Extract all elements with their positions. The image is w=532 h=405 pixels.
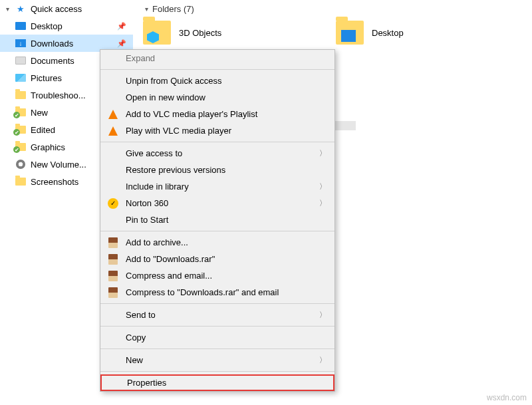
chevron-down-icon: ▾ — [143, 5, 150, 13]
menu-item[interactable]: Add to VLC media player's Playlist — [100, 106, 334, 122]
watermark: wsxdn.com — [487, 393, 527, 402]
rar-icon — [107, 253, 119, 265]
menu-separator — [100, 142, 334, 142]
menu-item[interactable]: Expand — [100, 50, 334, 67]
menu-item-label: Send to — [126, 310, 156, 320]
tree-item-label: Pictures — [31, 73, 62, 83]
menu-separator — [100, 371, 334, 372]
menu-item[interactable]: Pin to Start — [100, 211, 334, 228]
menu-item-label: Pin to Start — [126, 215, 168, 225]
menu-item-label: Norton 360 — [126, 198, 168, 208]
menu-item[interactable]: Include in library 〉 — [100, 178, 334, 195]
star-icon: ★ — [15, 3, 27, 15]
tree-item-label: Desktop — [31, 21, 63, 31]
menu-item-label: Properties — [127, 378, 166, 388]
submenu-arrow-icon: 〉 — [319, 355, 327, 365]
menu-item-label: Play with VLC media player — [126, 126, 231, 136]
chevron-down-icon: ▾ — [4, 5, 11, 13]
disc-icon — [15, 158, 27, 170]
menu-item-label: Add to VLC media player's Playlist — [126, 109, 257, 119]
menu-item-label: Compress to "Downloads.rar" and email — [126, 287, 279, 297]
norton-icon: ✓ — [107, 198, 119, 209]
menu-item-label: Include in library — [126, 182, 189, 192]
tree-item-label: New — [31, 108, 48, 118]
folder-item[interactable]: Desktop — [336, 21, 502, 45]
tree-root-quick-access[interactable]: ▾ ★ Quick access — [0, 0, 133, 17]
folder-green-icon — [15, 124, 27, 136]
rar-icon — [107, 237, 119, 249]
menu-item[interactable]: Add to "Downloads.rar" — [100, 251, 334, 267]
folder-item[interactable]: 3D Objects — [143, 21, 309, 45]
tree-item-label: Edited — [31, 125, 55, 135]
folder-green-icon — [15, 141, 27, 153]
pin-icon: 📌 — [117, 39, 126, 48]
menu-item[interactable]: Compress and email... — [100, 267, 334, 284]
menu-item-label: New — [126, 355, 143, 365]
menu-item[interactable]: Unpin from Quick access — [100, 72, 334, 89]
menu-item-label: Add to "Downloads.rar" — [126, 254, 215, 264]
folders-header-label: Folders (7) — [152, 4, 194, 14]
menu-item[interactable]: New 〉 — [100, 352, 334, 368]
document-icon — [15, 55, 27, 67]
menu-item-label: Expand — [126, 53, 155, 63]
menu-item-label: Copy — [126, 333, 146, 342]
menu-item-label: Restore previous versions — [126, 165, 225, 175]
tree-item-label: New Volume... — [31, 160, 86, 170]
menu-separator — [100, 303, 334, 304]
tree-item[interactable]: Desktop 📌 — [0, 17, 133, 35]
menu-separator — [100, 348, 334, 349]
menu-item[interactable]: Send to 〉 — [100, 307, 334, 323]
pictures-icon — [15, 72, 27, 84]
menu-item[interactable]: Add to archive... — [100, 234, 334, 251]
submenu-arrow-icon: 〉 — [319, 182, 327, 192]
menu-item[interactable]: Give access to 〉 — [100, 145, 334, 162]
menu-item[interactable]: Open in new window — [100, 89, 334, 106]
menu-separator — [100, 69, 334, 70]
rar-icon — [107, 270, 119, 282]
folder-label: Desktop — [372, 28, 404, 38]
folder-icon — [15, 176, 27, 188]
menu-separator — [100, 231, 334, 231]
rar-icon — [107, 287, 119, 299]
menu-item-label: Give access to — [126, 148, 182, 158]
submenu-arrow-icon: 〉 — [319, 148, 327, 158]
submenu-arrow-icon: 〉 — [319, 310, 327, 320]
menu-item-label: Unpin from Quick access — [126, 76, 222, 86]
download-icon: ↓ — [15, 37, 27, 49]
tree-item-label: Troubleshoo... — [31, 90, 86, 100]
tree-item-label: Graphics — [31, 142, 65, 152]
menu-item-label: Open in new window — [126, 92, 205, 102]
tree-item-label: Documents — [31, 56, 74, 66]
menu-item[interactable]: Properties — [100, 374, 334, 391]
menu-item[interactable]: Restore previous versions — [100, 162, 334, 178]
menu-item[interactable]: Play with VLC media player — [100, 122, 334, 139]
tree-item-label: Screenshots — [31, 177, 78, 187]
menu-item[interactable]: Compress to "Downloads.rar" and email — [100, 284, 334, 301]
menu-separator — [100, 326, 334, 327]
tree-item-label: Downloads — [31, 39, 73, 49]
menu-item-label: Add to archive... — [126, 237, 188, 247]
vlc-icon — [107, 108, 119, 120]
pin-icon: 📌 — [117, 22, 126, 31]
tree-root-label: Quick access — [31, 4, 82, 14]
vlc-icon — [107, 125, 119, 137]
folder-green-icon — [15, 106, 27, 118]
menu-item-label: Compress and email... — [126, 271, 212, 281]
desktop-icon — [15, 20, 27, 32]
folder-label: 3D Objects — [179, 28, 221, 38]
folder-icon — [15, 89, 27, 101]
context-menu: Expand Unpin from Quick access Open in n… — [100, 49, 335, 392]
folder-icon — [336, 21, 364, 45]
submenu-arrow-icon: 〉 — [319, 198, 327, 208]
folder-icon — [143, 21, 171, 45]
menu-item[interactable]: Copy — [100, 329, 334, 346]
menu-item[interactable]: ✓ Norton 360 〉 — [100, 195, 334, 211]
